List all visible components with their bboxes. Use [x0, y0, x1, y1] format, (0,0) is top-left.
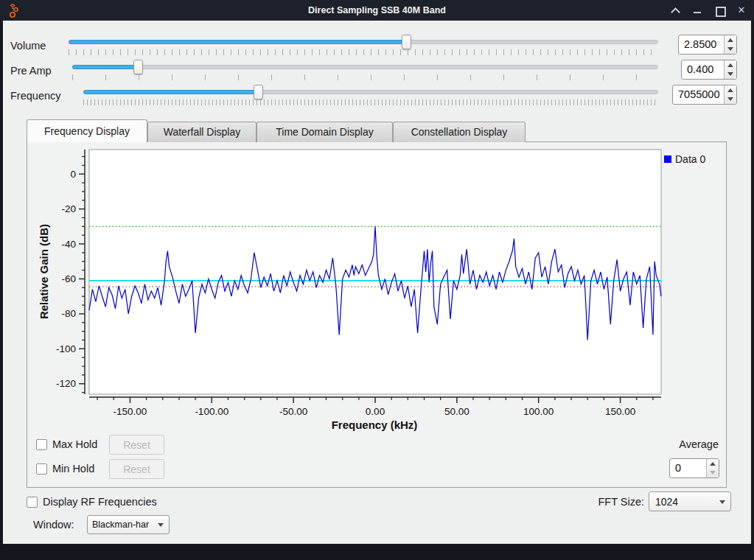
- tab-constellation-display[interactable]: Constellation Display: [393, 122, 526, 142]
- volume-increment-button[interactable]: [725, 35, 736, 45]
- frequency-value[interactable]: 7055000: [673, 85, 724, 104]
- spectrum-plot: 0-20-40-60-80-100-120-150.00-100.00-50.0…: [27, 147, 726, 435]
- svg-text:50.00: 50.00: [444, 406, 469, 417]
- max-hold-checkbox[interactable]: [36, 439, 47, 450]
- frequency-decrement-button[interactable]: [725, 95, 736, 105]
- svg-text:-20: -20: [61, 203, 76, 214]
- min-hold-checkbox[interactable]: [36, 463, 47, 475]
- frequency-increment-button[interactable]: [725, 85, 736, 95]
- preamp-decrement-button[interactable]: [725, 70, 736, 80]
- tab-frequency-display[interactable]: Frequency Display: [27, 119, 147, 142]
- preamp-spinbox[interactable]: 0.400: [681, 60, 737, 80]
- plot-legend: Data 0: [664, 153, 705, 165]
- preamp-slider-fill: [72, 65, 135, 69]
- svg-text:0.00: 0.00: [366, 406, 385, 417]
- frequency-slider-fill: [83, 90, 256, 94]
- average-value[interactable]: 0: [670, 459, 706, 477]
- svg-text:-60: -60: [61, 273, 76, 284]
- min-hold-reset-button[interactable]: Reset: [109, 459, 164, 479]
- shade-window-button[interactable]: [670, 5, 680, 15]
- preamp-increment-button[interactable]: [725, 60, 736, 70]
- preamp-slider-handle[interactable]: [133, 60, 143, 74]
- volume-value[interactable]: 2.8500: [679, 35, 724, 54]
- volume-slider-row: Volume 2.8500: [3, 36, 751, 61]
- svg-text:150.00: 150.00: [605, 406, 635, 417]
- frequency-slider-row: Frequency 7055000: [3, 86, 751, 111]
- volume-slider-handle[interactable]: [402, 35, 411, 49]
- display-rf-checkbox[interactable]: [27, 497, 38, 508]
- maximize-window-button[interactable]: [714, 5, 725, 15]
- average-decrement-button[interactable]: [707, 469, 719, 478]
- preamp-slider[interactable]: [72, 65, 658, 69]
- display-tabbar: Frequency Display Waterfall Display Time…: [27, 119, 526, 142]
- svg-text:100.00: 100.00: [523, 406, 554, 417]
- chevron-down-icon: [158, 523, 164, 527]
- svg-text:-100.00: -100.00: [195, 406, 228, 417]
- svg-text:-40: -40: [61, 239, 76, 250]
- y-axis-title: Relative Gain (dB): [38, 198, 50, 346]
- max-hold-reset-button[interactable]: Reset: [109, 435, 164, 455]
- svg-text:-150.00: -150.00: [114, 406, 147, 417]
- window-fn-label: Window:: [33, 519, 74, 531]
- window-fn-value: Blackman-har: [88, 519, 149, 530]
- close-window-button[interactable]: ✕: [736, 5, 747, 15]
- preamp-slider-row: Pre Amp 0.400: [3, 61, 751, 86]
- frequency-slider-ticks: [83, 99, 658, 105]
- svg-text:-80: -80: [61, 308, 76, 319]
- average-increment-button[interactable]: [707, 459, 719, 469]
- svg-text:-50.00: -50.00: [279, 406, 307, 417]
- titlebar: Direct Sampling SSB 40M Band ✕: [0, 0, 754, 21]
- fft-size-label: FFT Size:: [560, 496, 644, 508]
- x-axis-title: Frequency (kHz): [264, 419, 485, 431]
- frequency-label: Frequency: [10, 90, 61, 102]
- window-title: Direct Sampling SSB 40M Band: [0, 5, 754, 15]
- volume-decrement-button[interactable]: [725, 45, 736, 55]
- preamp-value[interactable]: 0.400: [682, 60, 724, 79]
- volume-label: Volume: [10, 40, 46, 52]
- preamp-slider-ticks: [72, 74, 658, 80]
- tab-time-domain-display[interactable]: Time Domain Display: [256, 122, 393, 142]
- fft-size-dropdown[interactable]: 1024: [649, 491, 731, 511]
- fft-size-value: 1024: [649, 496, 678, 508]
- frequency-slider[interactable]: [83, 90, 658, 94]
- volume-slider-ticks: [69, 49, 658, 55]
- max-hold-label: Max Hold: [52, 438, 97, 450]
- svg-text:-100: -100: [56, 343, 76, 354]
- window-fn-dropdown[interactable]: Blackman-har: [87, 515, 170, 534]
- volume-slider-fill: [69, 40, 408, 44]
- volume-spinbox[interactable]: 2.8500: [678, 35, 737, 55]
- svg-text:0: 0: [70, 169, 76, 180]
- display-rf-label: Display RF Frequencies: [43, 496, 157, 508]
- average-spinbox[interactable]: 0: [669, 458, 719, 478]
- volume-slider[interactable]: [69, 40, 658, 44]
- frequency-slider-handle[interactable]: [254, 85, 263, 99]
- tab-waterfall-display[interactable]: Waterfall Display: [147, 122, 256, 142]
- min-hold-label: Min Hold: [52, 463, 94, 475]
- preamp-label: Pre Amp: [10, 65, 52, 77]
- minimize-window-button[interactable]: [692, 5, 702, 15]
- legend-swatch-data0: [664, 155, 671, 163]
- average-label: Average: [649, 438, 719, 450]
- svg-text:-120: -120: [56, 378, 76, 389]
- chevron-down-icon: [719, 500, 725, 504]
- legend-label-data0: Data 0: [675, 153, 705, 165]
- frequency-spinbox[interactable]: 7055000: [672, 85, 737, 105]
